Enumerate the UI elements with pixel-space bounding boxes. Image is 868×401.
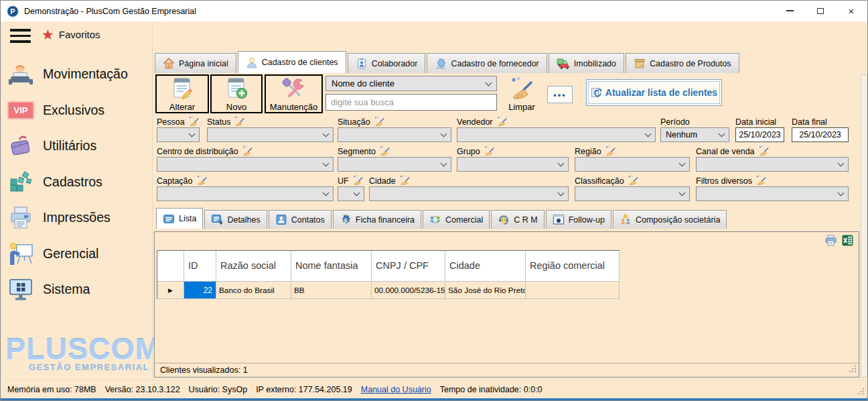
clear-filter-broom-icon[interactable] [605,146,616,157]
clear-filter-broom-icon[interactable] [374,116,385,127]
subtab-crm[interactable]: C R M [491,210,544,229]
clear-filter-broom-icon[interactable] [379,146,390,157]
tab-imobilizado[interactable]: Imobilizado [549,53,624,73]
sidebar-item-exclusivos[interactable]: VIP Exclusivos [5,93,151,129]
filter-grupo: Grupo [457,145,569,172]
atualizar-lista-button[interactable]: Atualizar lista de clientes [586,79,722,106]
clear-filter-broom-icon[interactable] [234,116,245,127]
filter-canal-venda-select[interactable] [696,157,849,172]
clear-filter-broom-icon[interactable] [755,175,767,186]
subtab-ficha-financeira[interactable]: $ Ficha financeira [333,210,421,229]
alterar-button[interactable]: Alterar [155,74,209,113]
filter-segmento-select[interactable] [338,157,451,172]
status-versao: Versão: 23.10.3.122 [105,385,180,394]
column-header-nome-fantasia[interactable]: Nome fantasia [291,251,372,282]
maximize-button[interactable] [805,1,836,21]
clear-filter-broom-icon[interactable] [484,146,495,157]
close-button[interactable]: × [836,1,867,21]
sidebar-item-gerencial[interactable]: Gerencial [5,236,151,272]
clear-filter-broom-icon[interactable] [758,146,770,157]
minimize-button[interactable] [774,1,805,21]
excel-export-icon[interactable] [842,235,853,249]
vertical-scrollbar[interactable] [861,74,867,378]
filter-uf-select[interactable] [338,186,364,201]
clear-filter-broom-icon[interactable] [352,175,364,186]
table-row[interactable]: ▶ 22 Banco do Brasil BB 00.000.000/5236-… [157,282,620,299]
sidebar-item-movimentacao[interactable]: Movimentação [5,56,151,93]
cell-nome-fantasia[interactable]: BB [291,282,372,299]
row-selector-cell[interactable]: ▶ [157,282,184,299]
chevron-down-icon [558,190,565,196]
filter-regiao-select[interactable] [575,157,690,172]
search-type-select[interactable]: Nome do cliente [326,76,497,91]
clear-filter-broom-icon[interactable] [628,175,639,186]
presentation-icon [5,241,36,266]
filter-filtros-diversos-select[interactable] [696,186,849,201]
more-options-button[interactable]: ••• [547,86,573,103]
filter-captacao: Captação [157,174,334,201]
subtab-comercial[interactable]: Comercial [423,210,490,229]
subtab-follow-up[interactable]: Follow-up [546,210,611,229]
cell-razao-social[interactable]: Banco do Brasil [216,282,291,299]
subtab-detalhes[interactable]: Detalhes [204,210,267,229]
filter-grupo-select[interactable] [457,157,569,172]
resize-grip-icon[interactable] [848,364,857,376]
favorites-button[interactable]: ★ Favoritos [42,27,100,42]
cell-id[interactable]: 22 [184,282,216,299]
filter-label: Período [660,117,690,127]
manual-do-usuario-link[interactable]: Manual do Usuário [361,385,431,394]
filter-pessoa-select[interactable] [157,127,200,142]
clear-filter-broom-icon[interactable] [399,175,411,186]
subtab-label: Follow-up [569,215,605,225]
column-header-id[interactable]: ID [184,251,216,282]
chevron-down-icon [323,160,330,167]
filter-periodo-select[interactable]: Nenhum [660,127,729,142]
filter-classificacao-select[interactable] [575,186,690,201]
column-header-cnpj-cpf[interactable]: CNPJ / CPF [372,251,445,282]
print-icon[interactable] [824,235,837,249]
subtab-contatos[interactable]: Contatos [269,210,332,229]
cell-regiao-comercial[interactable] [526,282,620,299]
novo-button[interactable]: Novo [210,74,263,113]
clear-filter-broom-icon[interactable] [196,175,208,186]
filter-centro-distribuicao-select[interactable] [157,157,334,172]
filter-label: Captação [157,176,193,186]
filter-cidade-select[interactable] [369,186,569,201]
subtab-lista[interactable]: Lista [156,208,203,229]
column-header-cidade[interactable]: Cidade [445,251,526,282]
filter-vendedor-select[interactable] [457,127,656,142]
filter-label: Grupo [457,147,480,156]
limpar-button[interactable]: Limpar [503,74,540,113]
details-icon [211,214,223,225]
sidebar-item-impressoes[interactable]: Impressões [5,200,151,236]
cell-cnpj-cpf[interactable]: 00.000.000/5236-15 [372,282,445,299]
filter-status-select[interactable] [207,127,334,142]
tab-colaborador[interactable]: Colaborador [348,53,426,73]
tab-cadastro-de-fornecedor[interactable]: Cadastro de fornecedor [427,53,547,73]
sidebar-item-utilitarios[interactable]: Utilitários [5,128,151,164]
tab-cadastro-de-produtos[interactable]: Cadastro de Produtos [626,53,739,73]
column-header-razao-social[interactable]: Razão social [216,251,291,282]
list-icon [163,213,175,225]
data-final-input[interactable] [792,127,849,142]
clear-filter-broom-icon[interactable] [188,116,200,127]
cell-cidade[interactable]: São José do Rio Preto [445,282,526,299]
data-inicial-input[interactable] [735,127,784,142]
search-input[interactable] [326,94,497,111]
column-header-selector[interactable] [157,251,184,282]
hamburger-icon[interactable] [10,29,31,43]
client-person-icon [246,57,258,68]
filter-situacao: Situação [338,115,451,142]
filter-captacao-select[interactable] [157,186,334,201]
filter-situacao-select[interactable] [338,127,451,142]
tab-pagina-inicial[interactable]: Página inicial [155,53,236,73]
sidebar-item-sistema[interactable]: Sistema [5,272,151,308]
subtab-composicao-societaria[interactable]: Composição societária [613,210,727,229]
window-resize-grip-icon[interactable] [857,387,865,398]
clear-filter-broom-icon[interactable] [496,116,508,127]
manutencao-button[interactable]: Manutenção [265,74,323,113]
clear-filter-broom-icon[interactable] [242,146,253,157]
sidebar-item-cadastros[interactable]: Cadastros [5,164,151,200]
column-header-regiao-comercial[interactable]: Região comercial [526,251,620,282]
tab-cadastro-de-clientes[interactable]: Cadastro de clientes [238,51,346,73]
